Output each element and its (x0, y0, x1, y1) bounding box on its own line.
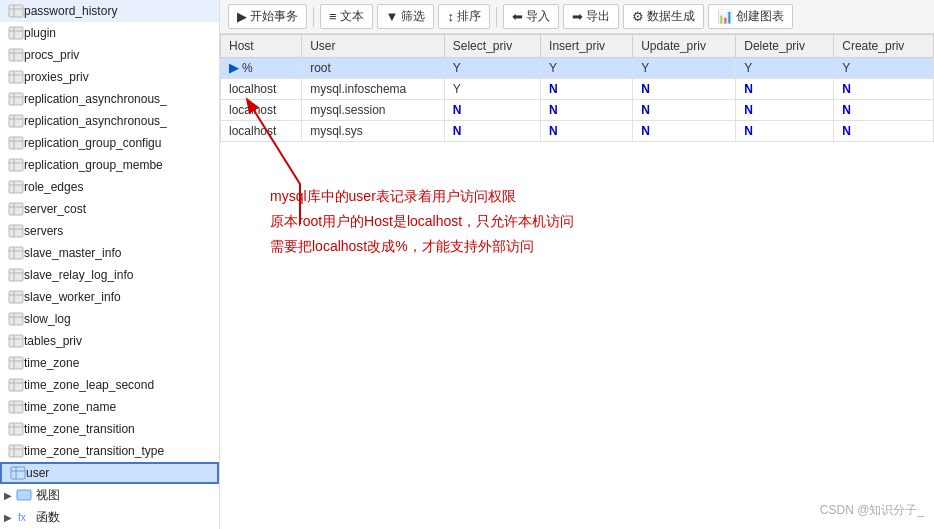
col-delete_priv[interactable]: Delete_priv (736, 35, 834, 58)
table-icon (8, 180, 24, 194)
svg-rect-9 (9, 71, 23, 83)
col-user[interactable]: User (302, 35, 445, 58)
sidebar-label: slow_log (24, 312, 71, 326)
svg-rect-45 (9, 335, 23, 347)
text-icon: ≡ (329, 9, 337, 24)
svg-rect-54 (9, 401, 23, 413)
sidebar-item-time_zone_transition_type[interactable]: time_zone_transition_type (0, 440, 219, 462)
create-chart-button[interactable]: 📊 创建图表 (708, 4, 793, 29)
import-icon: ⬅ (512, 9, 523, 24)
col-insert_priv[interactable]: Insert_priv (541, 35, 633, 58)
cell-select: N (444, 121, 540, 142)
svg-rect-21 (9, 159, 23, 171)
svg-rect-66 (17, 490, 31, 500)
btn-label: 文本 (340, 8, 364, 25)
annotation-line2: 原本root用户的Host是localhost，只允许本机访问 (270, 209, 574, 234)
col-select_priv[interactable]: Select_priv (444, 35, 540, 58)
sidebar-item-replication_async2[interactable]: replication_asynchronous_ (0, 110, 219, 132)
svg-rect-36 (9, 269, 23, 281)
btn-label: 创建图表 (736, 8, 784, 25)
sidebar-item-slow_log[interactable]: slow_log (0, 308, 219, 330)
sidebar-item-procs_priv[interactable]: procs_priv (0, 44, 219, 66)
table-icon (8, 290, 24, 304)
table-icon (8, 400, 24, 414)
cell-create: N (834, 79, 934, 100)
cell-create: N (834, 100, 934, 121)
sidebar-section-views[interactable]: ▶ 视图 (0, 484, 219, 506)
sidebar-item-user[interactable]: user (0, 462, 219, 484)
cell-update: N (633, 100, 736, 121)
sidebar-item-time_zone_name[interactable]: time_zone_name (0, 396, 219, 418)
svg-rect-0 (9, 5, 23, 17)
sidebar-item-slave_worker_info[interactable]: slave_worker_info (0, 286, 219, 308)
data-gen-button[interactable]: ⚙ 数据生成 (623, 4, 704, 29)
table-row[interactable]: localhost mysql.infoschema Y N N N N (221, 79, 934, 100)
sidebar-item-time_zone_transition[interactable]: time_zone_transition (0, 418, 219, 440)
collapse-icon: ▶ (4, 490, 12, 501)
cell-host: localhost (221, 79, 302, 100)
table-row[interactable]: localhost mysql.sys N N N N N (221, 121, 934, 142)
svg-rect-51 (9, 379, 23, 391)
cell-select: Y (444, 79, 540, 100)
sidebar: password_history plugin procs_priv proxi… (0, 0, 220, 529)
col-update_priv[interactable]: Update_priv (633, 35, 736, 58)
sidebar-item-servers[interactable]: servers (0, 220, 219, 242)
table-icon (8, 114, 24, 128)
sidebar-label: role_edges (24, 180, 83, 194)
filter-button[interactable]: ▼ 筛选 (377, 4, 435, 29)
chart-icon: 📊 (717, 9, 733, 24)
sidebar-item-password_history[interactable]: password_history (0, 0, 219, 22)
sidebar-section-functions[interactable]: ▶ fx 函数 (0, 506, 219, 528)
sidebar-label: slave_master_info (24, 246, 121, 260)
sidebar-item-plugin[interactable]: plugin (0, 22, 219, 44)
sidebar-item-time_zone[interactable]: time_zone (0, 352, 219, 374)
text-button[interactable]: ≡ 文本 (320, 4, 373, 29)
export-button[interactable]: ➡ 导出 (563, 4, 619, 29)
table-icon (8, 356, 24, 370)
cell-select: N (444, 100, 540, 121)
table-row[interactable]: ▶% root Y Y Y Y Y (221, 58, 934, 79)
svg-rect-63 (11, 467, 25, 479)
sidebar-item-server_cost[interactable]: server_cost (0, 198, 219, 220)
sort-icon: ↕ (447, 9, 454, 24)
sidebar-label: plugin (24, 26, 56, 40)
btn-label: 数据生成 (647, 8, 695, 25)
cell-delete: N (736, 121, 834, 142)
import-button[interactable]: ⬅ 导入 (503, 4, 559, 29)
sidebar-item-role_edges[interactable]: role_edges (0, 176, 219, 198)
btn-label: 筛选 (401, 8, 425, 25)
table-row[interactable]: localhost mysql.session N N N N N (221, 100, 934, 121)
col-create_priv[interactable]: Create_priv (834, 35, 934, 58)
play-icon: ▶ (237, 9, 247, 24)
section-label: 函数 (36, 509, 60, 526)
sidebar-item-replication_async1[interactable]: replication_asynchronous_ (0, 88, 219, 110)
sidebar-item-replication_group2[interactable]: replication_group_membe (0, 154, 219, 176)
svg-rect-57 (9, 423, 23, 435)
sidebar-label: servers (24, 224, 63, 238)
sidebar-label: proxies_priv (24, 70, 89, 84)
sidebar-item-replication_group1[interactable]: replication_group_configu (0, 132, 219, 154)
sidebar-item-slave_master_info[interactable]: slave_master_info (0, 242, 219, 264)
col-host[interactable]: Host (221, 35, 302, 58)
separator (313, 7, 314, 27)
table-icon (8, 246, 24, 260)
sidebar-item-slave_relay_log_info[interactable]: slave_relay_log_info (0, 264, 219, 286)
cell-user: mysql.infoschema (302, 79, 445, 100)
sort-button[interactable]: ↕ 排序 (438, 4, 490, 29)
start-transaction-button[interactable]: ▶ 开始事务 (228, 4, 307, 29)
table-icon (8, 422, 24, 436)
sidebar-item-tables_priv[interactable]: tables_priv (0, 330, 219, 352)
btn-label: 导入 (526, 8, 550, 25)
svg-rect-48 (9, 357, 23, 369)
sidebar-item-time_zone_leap[interactable]: time_zone_leap_second (0, 374, 219, 396)
row-selected-arrow: ▶ (229, 61, 238, 75)
svg-rect-39 (9, 291, 23, 303)
svg-rect-12 (9, 93, 23, 105)
table-icon (8, 136, 24, 150)
views-icon (16, 488, 32, 502)
cell-delete: Y (736, 58, 834, 79)
table-icon (8, 334, 24, 348)
sidebar-item-proxies_priv[interactable]: proxies_priv (0, 66, 219, 88)
sidebar-label: user (26, 466, 49, 480)
sidebar-label: server_cost (24, 202, 86, 216)
